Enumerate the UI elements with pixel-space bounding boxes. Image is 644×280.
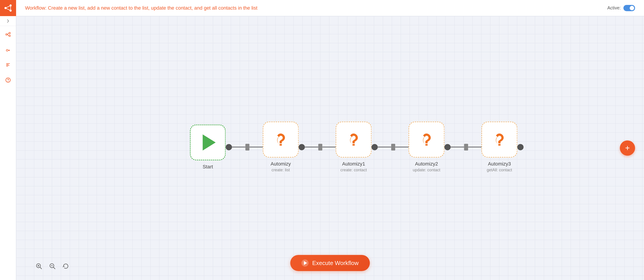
connector-4	[444, 129, 482, 165]
zoom-in-button[interactable]	[34, 261, 44, 271]
connector-line-3a	[378, 147, 391, 148]
connector-dot-1a	[226, 144, 232, 150]
reset-zoom-button[interactable]	[61, 261, 71, 271]
automizy2-node-box[interactable]	[408, 122, 444, 158]
main-area: Workflow: Create a new list, add a new c…	[16, 0, 644, 280]
automizy2-node-sublabel: update: contact	[413, 168, 440, 172]
svg-line-24	[54, 267, 55, 269]
svg-line-21	[40, 267, 42, 269]
connector-line-1a	[232, 147, 245, 148]
play-icon	[202, 134, 216, 150]
automizy1-node-label: Automizy1	[342, 161, 365, 167]
node-start[interactable]: Start	[190, 124, 226, 170]
start-node-label: Start	[202, 164, 213, 170]
header: Workflow: Create a new list, add a new c…	[16, 0, 644, 16]
connector-3	[372, 129, 408, 165]
connector-dot-2a	[298, 144, 305, 150]
automizy3-node-label: Automizy3	[488, 161, 511, 167]
connector-line-1b	[249, 147, 263, 148]
add-node-button[interactable]: +	[620, 140, 635, 156]
active-label: Active:	[607, 5, 621, 10]
automizy-node-label: Automizy	[270, 161, 291, 167]
connector-dot-end	[517, 144, 524, 150]
connector-rect-2	[318, 144, 322, 150]
connector-rect-1	[245, 144, 249, 150]
execute-play-icon	[302, 260, 308, 266]
sidebar	[0, 0, 16, 280]
node-automizy1[interactable]: Automizy1 create: contact	[336, 122, 372, 172]
workflow-label: Workflow:	[25, 5, 46, 11]
workflow-container: Start	[190, 122, 524, 172]
automizy2-node-label: Automizy2	[415, 161, 438, 167]
connector-line-4a	[450, 147, 464, 148]
sidebar-item-help[interactable]	[0, 73, 16, 87]
connector-dot-4a	[444, 144, 450, 150]
connector-dot-3a	[372, 144, 378, 150]
svg-line-4	[5, 8, 10, 10]
active-toggle[interactable]	[624, 5, 635, 11]
svg-line-10	[7, 34, 9, 36]
execute-btn-label: Execute Workflow	[312, 260, 359, 266]
zoom-controls	[34, 261, 71, 271]
svg-rect-6	[6, 34, 7, 35]
canvas-area: + Start	[16, 16, 644, 280]
svg-point-17	[8, 82, 8, 82]
node-automizy2[interactable]: Automizy2 update: contact	[408, 122, 444, 172]
svg-line-3	[5, 6, 10, 8]
connector-line-2b	[322, 147, 336, 148]
sidebar-item-credentials[interactable]	[0, 43, 16, 56]
automizy-node-box[interactable]	[263, 122, 298, 158]
svg-point-11	[6, 50, 8, 51]
automizy3-node-sublabel: getAll: contact	[487, 168, 512, 172]
connector-line-3b	[395, 147, 408, 148]
node-automizy3[interactable]: Automizy3 getAll: contact	[482, 122, 517, 172]
sidebar-expand-btn[interactable]	[0, 16, 16, 26]
header-active-area: Active:	[607, 5, 635, 11]
automizy-node-sublabel: create: list	[272, 168, 290, 172]
svg-rect-8	[9, 35, 10, 36]
execute-workflow-button[interactable]: Execute Workflow	[290, 255, 370, 271]
node-automizy[interactable]: Automizy create: list	[263, 122, 298, 172]
bottom-controls: Execute Workflow	[16, 255, 644, 271]
automizy1-node-sublabel: create: contact	[340, 168, 367, 172]
automizy3-node-box[interactable]	[482, 122, 517, 158]
connector-1	[226, 129, 263, 165]
workflow-title: Create a new list, add a new contact to …	[48, 5, 258, 11]
svg-rect-7	[9, 32, 10, 34]
start-node-box[interactable]	[190, 124, 226, 160]
connector-end	[517, 129, 524, 165]
svg-line-9	[7, 33, 9, 34]
automizy1-node-box[interactable]	[336, 122, 372, 158]
connector-2	[298, 129, 336, 165]
connector-line-4b	[468, 147, 482, 148]
connector-rect-3	[391, 144, 395, 150]
connector-line-2a	[305, 147, 318, 148]
header-title: Workflow: Create a new list, add a new c…	[25, 5, 258, 11]
sidebar-item-executions[interactable]	[0, 58, 16, 72]
sidebar-item-nodes[interactable]	[0, 28, 16, 41]
zoom-out-button[interactable]	[48, 261, 57, 271]
sidebar-logo[interactable]	[0, 0, 16, 16]
connector-rect-4	[464, 144, 468, 150]
